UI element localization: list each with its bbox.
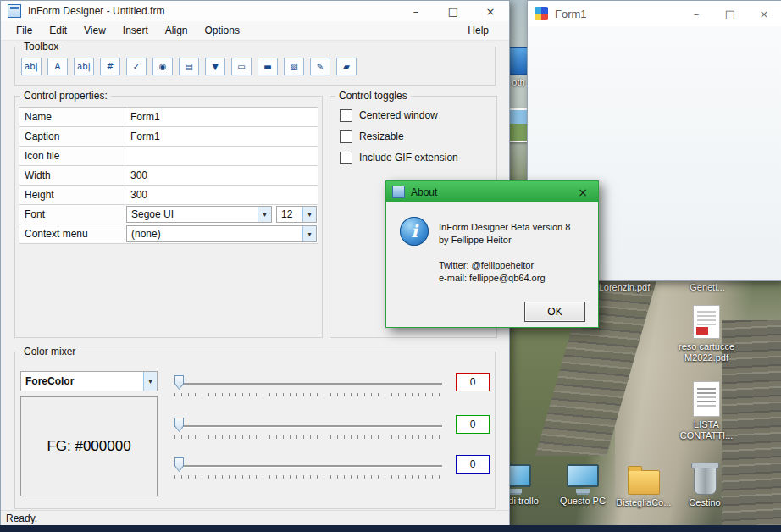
property-name: Height	[19, 186, 125, 204]
maximize-button[interactable]: □	[713, 1, 747, 26]
form1-app-icon	[535, 7, 548, 20]
slider-thumb[interactable]	[174, 457, 184, 472]
icon-file-field[interactable]	[125, 147, 318, 165]
tool-numeric-textbox[interactable]: #	[100, 58, 120, 75]
tool-frame[interactable]: ▬	[258, 58, 278, 75]
slider-track[interactable]	[174, 465, 442, 468]
recycle-bin-icon	[694, 466, 717, 495]
tool-listbox[interactable]: ▤	[179, 58, 199, 75]
red-slider[interactable]	[174, 373, 442, 396]
form1-window-controls: – □ ×	[679, 1, 781, 26]
minimize-button[interactable]: –	[679, 1, 713, 26]
close-icon[interactable]: ×	[573, 186, 592, 199]
desktop-icon-label: Questo PC	[552, 496, 613, 507]
menu-help[interactable]: Help	[459, 21, 497, 40]
desktop-icon-label: reso cartucce M2022.pdf	[673, 341, 740, 363]
color-mixer-group: Color mixer ForeColor ▾ FG: #000000 0	[14, 352, 496, 509]
font-size-value: 12	[277, 208, 302, 220]
about-titlebar[interactable]: About ×	[386, 181, 598, 202]
menu-align[interactable]: Align	[157, 21, 197, 40]
form1-titlebar[interactable]: Form1 – □ ×	[528, 1, 781, 26]
property-row-height: Height 300	[19, 186, 318, 205]
tool-picture-box[interactable]: ▧	[284, 58, 304, 75]
desktop-icon-questo-pc[interactable]: Questo PC	[552, 464, 613, 507]
desktop-icon-label: Geneti...	[676, 282, 739, 293]
slider-thumb[interactable]	[174, 418, 184, 432]
tool-textbox[interactable]: ab|	[21, 58, 42, 75]
folder-icon	[628, 470, 660, 495]
tool-radiobutton[interactable]: ◉	[152, 58, 173, 75]
checkbox-icon	[340, 152, 352, 164]
desktop-icon-reso-cartucce[interactable]: reso cartucce M2022.pdf	[673, 305, 740, 363]
about-app-icon	[392, 186, 405, 198]
document-icon	[693, 381, 720, 417]
width-field[interactable]: 300	[125, 166, 318, 185]
menu-options[interactable]: Options	[197, 21, 248, 40]
tool-dropdown-list[interactable]: ▼	[205, 58, 225, 75]
about-text: InForm Designer Beta version 8 by Fellip…	[439, 221, 570, 285]
about-dialog: About × i InForm Designer Beta version 8…	[385, 180, 599, 328]
chevron-down-icon[interactable]: ▾	[302, 207, 316, 222]
menu-file[interactable]: File	[8, 21, 41, 40]
control-toggles-label: Control toggles	[335, 90, 411, 102]
desktop-icon-lista-contatti[interactable]: LISTA CONTATTI...	[673, 381, 740, 441]
font-size-select[interactable]: 12 ▾	[276, 206, 317, 223]
chevron-down-icon[interactable]: ▾	[143, 372, 157, 391]
context-menu-select[interactable]: (none) ▾	[126, 225, 317, 242]
blue-value-box[interactable]: 0	[456, 455, 490, 474]
status-bar: Ready.	[1, 510, 509, 526]
spacer	[439, 247, 570, 259]
toggle-include-gif[interactable]: Include GIF extension	[340, 151, 496, 164]
control-properties-group: Control properties: Name Form1 Caption F…	[14, 96, 323, 338]
tool-rich-textbox[interactable]: ✎	[310, 58, 330, 75]
tool-masked-textbox[interactable]: ab|	[74, 58, 94, 75]
checkbox-icon	[340, 109, 352, 122]
maximize-button[interactable]: □	[435, 1, 472, 21]
ok-button[interactable]: OK	[524, 302, 585, 322]
slider-track[interactable]	[174, 383, 442, 385]
slider-track[interactable]	[174, 425, 442, 428]
chevron-down-icon[interactable]: ▾	[258, 207, 271, 222]
desktop-icon-cestino[interactable]: Cestino	[674, 464, 735, 508]
green-slider[interactable]	[174, 415, 442, 439]
tool-label[interactable]: A	[47, 58, 68, 75]
toggle-centered-window[interactable]: Centered window	[340, 108, 496, 122]
caption-field[interactable]: Form1	[125, 127, 318, 146]
close-button[interactable]: ×	[472, 1, 509, 21]
slider-thumb[interactable]	[174, 375, 184, 390]
red-value-box[interactable]: 0	[456, 373, 490, 391]
property-name: Name	[19, 108, 125, 126]
color-channel-select[interactable]: ForeColor ▾	[20, 371, 158, 391]
form1-title: Form1	[555, 8, 587, 20]
height-field[interactable]: 300	[125, 186, 318, 204]
menu-view[interactable]: View	[75, 21, 114, 40]
minimize-button[interactable]: –	[397, 1, 435, 21]
chevron-down-icon[interactable]: ▾	[302, 226, 316, 241]
about-line: InForm Designer Beta version 8	[439, 221, 570, 234]
name-field[interactable]: Form1	[125, 108, 318, 126]
tool-checkbox[interactable]: ✓	[126, 58, 147, 75]
tool-button[interactable]: ▭	[231, 58, 252, 75]
menu-insert[interactable]: Insert	[114, 21, 157, 40]
window-title: InForm Designer - Untitled.frm	[28, 5, 164, 17]
titlebar[interactable]: InForm Designer - Untitled.frm – □ ×	[1, 1, 509, 21]
tool-progress-bar[interactable]: ▰	[336, 58, 357, 75]
desktop-icon-label: Cestino	[674, 497, 735, 508]
green-value-box[interactable]: 0	[456, 415, 490, 434]
checkbox-icon	[340, 130, 352, 143]
taskbar[interactable]	[0, 525, 781, 532]
property-row-icon-file: Icon file	[19, 147, 318, 166]
toggle-label: Resizable	[359, 130, 404, 142]
desktop-icon-bisteglia[interactable]: BistegliaCo...	[613, 464, 674, 508]
toggle-resizable[interactable]: Resizable	[340, 130, 496, 143]
status-text: Ready.	[6, 513, 37, 524]
desktop-icon-label: BistegliaCo...	[613, 497, 674, 508]
blue-slider[interactable]	[174, 455, 442, 479]
menubar: File Edit View Insert Align Options Help	[1, 21, 509, 41]
font-select[interactable]: Segoe UI ▾	[126, 206, 272, 223]
menu-edit[interactable]: Edit	[41, 21, 75, 40]
about-line: Twitter: @fellippeheitor	[439, 259, 570, 272]
close-button[interactable]: ×	[747, 1, 781, 26]
color-channel-value: ForeColor	[21, 375, 143, 387]
color-preview-text: FG: #000000	[47, 438, 130, 455]
